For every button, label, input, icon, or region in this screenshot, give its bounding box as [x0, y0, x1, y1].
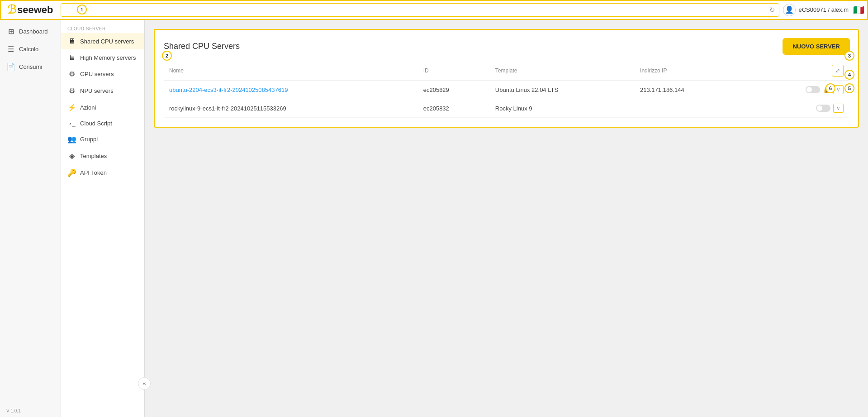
- logo[interactable]: ℬ seeweb: [4, 3, 57, 17]
- username: eCS00971 / alex.m: [798, 6, 849, 13]
- chevron-down-icon[interactable]: ∨: [836, 86, 840, 93]
- sidebar-item-api-token[interactable]: 🔑 API Token: [61, 164, 144, 181]
- annotation-1: 1: [77, 5, 87, 14]
- sidebar-item-label: Azioni: [80, 104, 96, 111]
- sidebar-item-label: Dashboard: [19, 28, 48, 35]
- sidebar-item-high-memory[interactable]: 🖥 High Memory servers: [61, 49, 144, 66]
- sidebar-item-azioni[interactable]: ⚡ Azioni: [61, 99, 144, 116]
- flag-icon[interactable]: 🇮🇹: [853, 5, 864, 15]
- annotation-2: 2: [162, 51, 172, 61]
- logo-text: seeweb: [17, 4, 53, 16]
- left-nav: ⊞ Dashboard ☰ Calcolo 📄 Consumi V 1.0.1: [0, 20, 61, 417]
- col-header-template: Template: [490, 61, 635, 81]
- sidebar-item-calcolo[interactable]: ☰ Calcolo: [0, 40, 61, 58]
- sidebar-item-cloud-script[interactable]: ›_ Cloud Script: [61, 116, 144, 131]
- search-bar: ↻: [61, 3, 780, 17]
- server-ip-cell: [635, 99, 743, 118]
- col-header-name: Nome: [164, 61, 418, 81]
- dashboard-icon: ⊞: [6, 27, 15, 36]
- logo-icon: ℬ: [7, 3, 16, 17]
- sidebar-item-label: NPU servers: [80, 87, 114, 94]
- sidebar-item-shared-cpu[interactable]: 🖥 Shared CPU servers: [61, 33, 144, 49]
- page-title: Shared CPU Servers: [164, 42, 240, 51]
- server-id-cell: ec205829: [418, 81, 490, 99]
- card-header: Shared CPU Servers NUOVO SERVER: [164, 39, 849, 54]
- server-template-cell: Ubuntu Linux 22.04 LTS: [490, 81, 635, 99]
- high-memory-icon: 🖥: [67, 53, 76, 62]
- row-actions: ∨: [748, 104, 844, 113]
- annotation-5: 5: [844, 83, 854, 93]
- sidebar-item-label: Shared CPU servers: [80, 38, 134, 45]
- col-header-id: ID: [418, 61, 490, 81]
- consumi-icon: 📄: [6, 62, 15, 71]
- cloud-sidebar: CLOUD SERVER 🖥 Shared CPU servers 🖥 High…: [61, 20, 145, 417]
- shared-cpu-icon: 🖥: [67, 37, 76, 45]
- topbar-right: 👤 eCS00971 / alex.m 🇮🇹: [783, 4, 864, 16]
- server-name-cell: ubuntu-2204-ecs3-it-fr2-2024102508543761…: [164, 81, 418, 99]
- avatar: 👤: [783, 4, 796, 16]
- topbar: ℬ seeweb ↻ 👤 eCS00971 / alex.m 🇮🇹: [0, 0, 868, 20]
- table-row: ubuntu-2204-ecs3-it-fr2-2024102508543761…: [164, 81, 849, 99]
- servers-card: Shared CPU Servers NUOVO SERVER Nome ID …: [154, 29, 859, 128]
- collapse-sidebar-button[interactable]: «: [138, 377, 151, 390]
- refresh-icon[interactable]: ↻: [769, 6, 775, 14]
- col-header-ip: Indirizzo IP: [635, 61, 743, 81]
- sidebar-item-label: High Memory servers: [80, 54, 136, 61]
- main-content: Shared CPU Servers NUOVO SERVER Nome ID …: [145, 20, 868, 417]
- fullscreen-button[interactable]: ⤢: [832, 65, 844, 77]
- server-id-cell: ec205832: [418, 99, 490, 118]
- gpu-icon: ⚙: [67, 70, 76, 78]
- sidebar-item-label: Consumi: [19, 63, 42, 70]
- sidebar-item-label: GPU servers: [80, 71, 114, 77]
- server-name-cell: rockylinux-9-ecs1-it-fr2-202410251155332…: [164, 99, 418, 118]
- version-label: V 1.0.1: [0, 405, 61, 417]
- sidebar-item-npu[interactable]: ⚙ NPU servers: [61, 82, 144, 99]
- server-toggle[interactable]: [806, 86, 820, 93]
- chevron-down-icon[interactable]: ∨: [836, 105, 840, 111]
- col-header-actions: ⤢: [743, 61, 849, 81]
- server-actions-cell: ∨: [743, 99, 849, 118]
- gruppi-icon: 👥: [67, 135, 76, 144]
- sidebar-item-label: Cloud Script: [80, 120, 112, 127]
- actions-group: ∨: [833, 104, 844, 113]
- cloud-script-icon: ›_: [67, 120, 76, 127]
- calcolo-icon: ☰: [6, 45, 15, 53]
- sidebar-item-consumi[interactable]: 📄 Consumi: [0, 58, 61, 76]
- servers-table: Nome ID Template Indirizzo IP ⤢: [164, 61, 849, 118]
- server-ip-cell: 213.171.186.144: [635, 81, 743, 99]
- new-server-button[interactable]: NUOVO SERVER: [783, 39, 849, 54]
- user-info: 👤 eCS00971 / alex.m: [783, 4, 849, 16]
- server-name-text: rockylinux-9-ecs1-it-fr2-202410251155332…: [169, 105, 286, 112]
- npu-icon: ⚙: [67, 86, 76, 95]
- api-token-icon: 🔑: [67, 168, 76, 177]
- table-row: rockylinux-9-ecs1-it-fr2-202410251155332…: [164, 99, 849, 118]
- azioni-icon: ⚡: [67, 103, 76, 112]
- table-header-row: Nome ID Template Indirizzo IP ⤢: [164, 61, 849, 81]
- server-template-cell: Rocky Linux 9: [490, 99, 635, 118]
- server-name-link[interactable]: ubuntu-2204-ecs3-it-fr2-2024102508543761…: [169, 86, 288, 93]
- search-input[interactable]: [65, 6, 768, 13]
- annotation-3: 3: [844, 51, 854, 61]
- avatar-icon: 👤: [785, 5, 794, 14]
- annotation-6: 6: [825, 83, 835, 93]
- server-toggle[interactable]: [816, 105, 830, 112]
- sidebar-item-label: API Token: [80, 169, 107, 176]
- sidebar-item-gpu[interactable]: ⚙ GPU servers: [61, 66, 144, 82]
- sidebar-item-templates[interactable]: ◈ Templates: [61, 148, 144, 164]
- annotation-4: 4: [844, 70, 854, 80]
- sidebar-item-label: Calcolo: [19, 46, 38, 53]
- sidebar-item-label: Gruppi: [80, 136, 98, 143]
- templates-icon: ◈: [67, 152, 76, 160]
- sidebar-item-dashboard[interactable]: ⊞ Dashboard: [0, 23, 61, 40]
- cloud-sidebar-section-label: CLOUD SERVER: [61, 22, 144, 33]
- sidebar-item-gruppi[interactable]: 👥 Gruppi: [61, 131, 144, 148]
- sidebar-item-label: Templates: [80, 153, 107, 159]
